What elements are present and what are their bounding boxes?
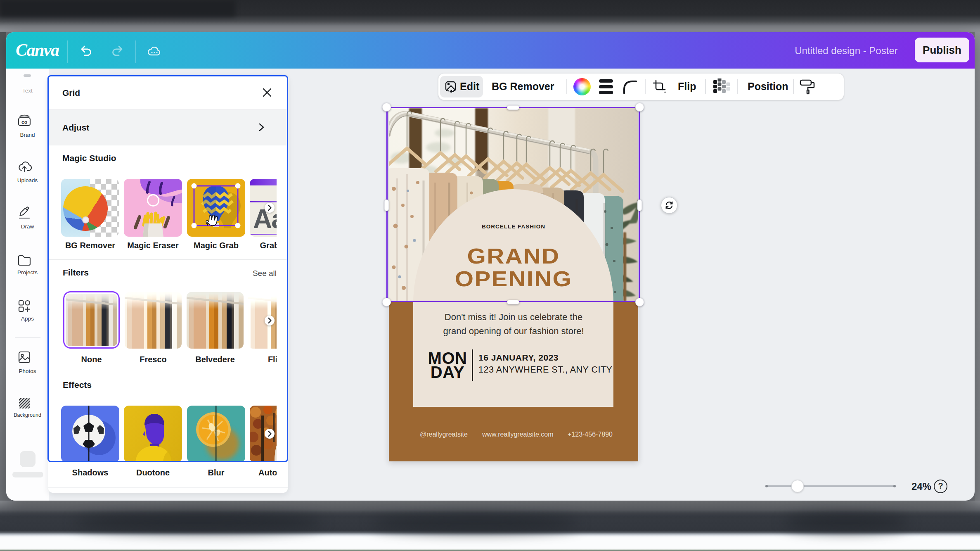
svg-text:co: co	[21, 119, 27, 125]
